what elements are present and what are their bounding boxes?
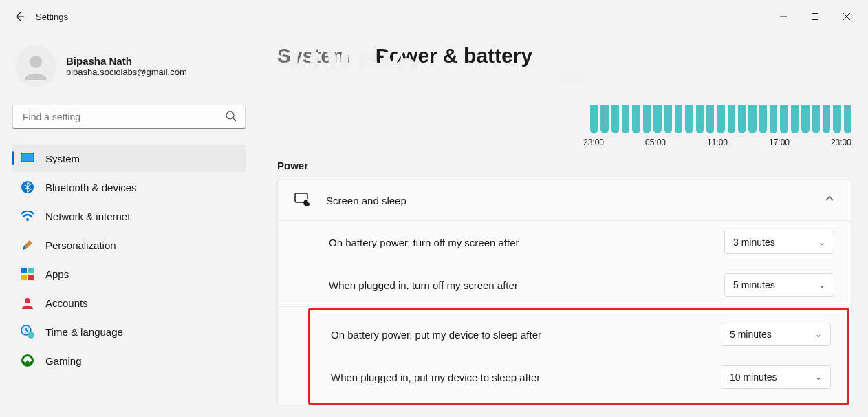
- chevron-up-icon: [825, 194, 834, 206]
- svg-point-19: [21, 354, 34, 367]
- chart-bar: [801, 105, 809, 133]
- maximize-icon: [811, 12, 819, 21]
- search-input[interactable]: [12, 105, 246, 129]
- chart-bar: [759, 105, 767, 133]
- chart-bar: [611, 105, 619, 133]
- screen-sleep-icon: [294, 193, 310, 208]
- chart-bar: [590, 105, 598, 133]
- chart-bar: [643, 105, 651, 133]
- accounts-icon: [21, 296, 34, 310]
- paintbrush-icon: [21, 238, 34, 252]
- profile-name: Bipasha Nath: [66, 55, 187, 67]
- dropdown-battery-sleep[interactable]: 5 minutes ⌄: [721, 323, 831, 346]
- chart-bar: [823, 105, 830, 133]
- svg-point-11: [26, 218, 29, 221]
- person-icon: [21, 51, 51, 81]
- sidebar-item-label: Time & language: [45, 326, 123, 338]
- chart-bar: [706, 105, 714, 133]
- wifi-icon: [21, 209, 34, 223]
- svg-rect-15: [28, 275, 34, 280]
- row-label: When plugged in, put my device to sleep …: [331, 372, 721, 383]
- sidebar-item-system[interactable]: System: [12, 145, 246, 172]
- screen-sleep-label: Screen and sleep: [326, 195, 808, 206]
- chart-bar: [844, 105, 851, 133]
- avatar: [15, 45, 56, 87]
- chart-bar: [622, 105, 629, 133]
- sidebar-item-label: Gaming: [45, 355, 82, 367]
- battery-percent-large: 100%: [277, 52, 418, 70]
- highlighted-sleep-rows: On battery power, put my device to sleep…: [308, 308, 849, 405]
- chart-bar: [653, 105, 661, 133]
- sidebar-item-label: Apps: [45, 268, 69, 280]
- chart-bar: [696, 105, 704, 133]
- row-plugged-screen-off: When plugged in, turn off my screen afte…: [278, 264, 851, 306]
- apps-icon: [21, 267, 34, 281]
- back-button[interactable]: [8, 6, 30, 28]
- chart-bar: [632, 105, 640, 133]
- chart-bar: [791, 105, 799, 133]
- sidebar-item-bluetooth[interactable]: Bluetooth & devices: [12, 173, 246, 201]
- dropdown-plugged-sleep[interactable]: 10 minutes ⌄: [721, 365, 831, 389]
- sidebar-item-label: Personalization: [45, 239, 116, 251]
- svg-point-18: [28, 332, 34, 339]
- sidebar-item-label: Accounts: [45, 297, 88, 309]
- chart-bar: [600, 105, 608, 133]
- chart-x-tick: 17:00: [769, 138, 790, 147]
- close-button[interactable]: [831, 6, 862, 28]
- dropdown-battery-screen-off[interactable]: 3 minutes ⌄: [724, 231, 834, 254]
- chart-x-tick: 11:00: [707, 138, 728, 147]
- sidebar-item-personalization[interactable]: Personalization: [12, 231, 246, 259]
- svg-rect-12: [21, 268, 27, 273]
- dropdown-value: 5 minutes: [730, 329, 772, 340]
- row-label: On battery power, turn off my screen aft…: [329, 237, 724, 248]
- row-label: When plugged in, turn off my screen afte…: [329, 279, 724, 291]
- sidebar-item-network[interactable]: Network & internet: [12, 202, 246, 230]
- close-icon: [843, 12, 851, 21]
- svg-point-5: [30, 56, 42, 68]
- sidebar-item-time-language[interactable]: Time & language: [12, 318, 246, 345]
- battery-chart: 50% 23:0005:0011:0017:0023:00: [563, 72, 851, 147]
- chevron-down-icon: ⌄: [815, 330, 822, 339]
- sidebar-item-label: Network & internet: [45, 211, 130, 222]
- clock-globe-icon: [21, 325, 34, 339]
- profile-email: bipasha.sociolabs@gmail.com: [66, 67, 187, 77]
- profile-block[interactable]: Bipasha Nath bipasha.sociolabs@gmail.com: [12, 40, 246, 100]
- chart-bar: [812, 105, 820, 133]
- chart-x-tick: 23:00: [583, 138, 604, 147]
- system-icon: [21, 151, 34, 165]
- screen-sleep-header[interactable]: Screen and sleep: [278, 180, 851, 221]
- screen-sleep-card: Screen and sleep On battery power, turn …: [277, 180, 851, 405]
- chevron-down-icon: ⌄: [818, 280, 825, 290]
- svg-rect-14: [21, 275, 27, 280]
- dropdown-value: 5 minutes: [733, 279, 775, 290]
- chart-bar: [738, 105, 746, 133]
- chart-x-tick: 05:00: [645, 138, 666, 147]
- row-battery-sleep: On battery power, put my device to sleep…: [310, 313, 847, 356]
- minimize-button[interactable]: [768, 6, 799, 28]
- svg-line-7: [233, 118, 236, 121]
- chart-bar: [780, 105, 788, 133]
- maximize-button[interactable]: [799, 6, 831, 28]
- row-plugged-sleep: When plugged in, put my device to sleep …: [310, 356, 847, 398]
- dropdown-plugged-screen-off[interactable]: 5 minutes ⌄: [724, 273, 834, 297]
- window-title: Settings: [36, 12, 68, 22]
- sidebar-item-label: Bluetooth & devices: [45, 182, 137, 193]
- row-battery-screen-off: On battery power, turn off my screen aft…: [278, 221, 851, 264]
- chart-y-label: 50%: [563, 72, 851, 81]
- svg-rect-2: [812, 14, 818, 20]
- svg-point-6: [226, 111, 234, 119]
- sidebar-item-accounts[interactable]: Accounts: [12, 289, 246, 317]
- row-label: On battery power, put my device to sleep…: [331, 329, 721, 341]
- minimize-icon: [779, 12, 788, 21]
- svg-rect-13: [28, 268, 34, 273]
- sidebar-item-apps[interactable]: Apps: [12, 260, 246, 288]
- svg-point-16: [25, 298, 30, 303]
- gaming-icon: [21, 354, 34, 367]
- bluetooth-icon: [21, 180, 34, 194]
- chart-bar: [770, 105, 777, 133]
- sidebar-item-gaming[interactable]: Gaming: [12, 347, 246, 374]
- chart-bar: [664, 105, 672, 133]
- chart-bar: [728, 105, 735, 133]
- chart-bar: [675, 105, 682, 133]
- chart-bar: [833, 105, 840, 133]
